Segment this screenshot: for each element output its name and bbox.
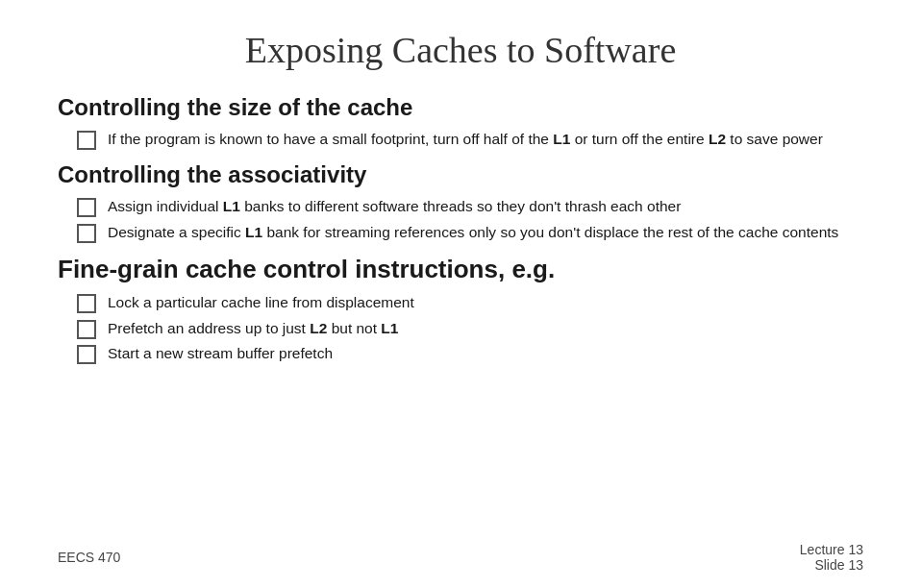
footer-lecture: Lecture 13 <box>800 542 863 557</box>
assoc-section: Controlling the associativity Assign ind… <box>58 161 863 243</box>
size-section: Controlling the size of the cache If the… <box>58 94 863 150</box>
fine-bullet-1-text: Lock a particular cache line from displa… <box>108 292 863 313</box>
assoc-bullet-2-text: Designate a specific L1 bank for streami… <box>108 222 863 243</box>
bullet-icon <box>77 345 96 364</box>
fine-grain-section-heading: Fine-grain cache control instructions, e… <box>58 255 863 284</box>
footer: EECS 470 Lecture 13 Slide 13 <box>58 542 863 573</box>
size-bullet-list: If the program is known to have a small … <box>77 129 863 150</box>
size-bullet-1-text: If the program is known to have a small … <box>108 129 863 150</box>
assoc-bullet-list: Assign individual L1 banks to different … <box>77 196 863 243</box>
size-bullet-1: If the program is known to have a small … <box>77 129 863 150</box>
footer-left: EECS 470 <box>58 550 120 565</box>
fine-bullet-2: Prefetch an address up to just L2 but no… <box>77 318 863 339</box>
bullet-icon <box>77 320 96 339</box>
bullet-icon <box>77 224 96 243</box>
footer-slide: Slide 13 <box>800 557 863 573</box>
size-section-heading: Controlling the size of the cache <box>58 94 863 121</box>
fine-bullet-2-text: Prefetch an address up to just L2 but no… <box>108 318 863 339</box>
slide: Exposing Caches to Software Controlling … <box>0 0 921 588</box>
bullet-icon <box>77 294 96 313</box>
bullet-icon <box>77 198 96 217</box>
assoc-section-heading: Controlling the associativity <box>58 161 863 188</box>
assoc-bullet-1-text: Assign individual L1 banks to different … <box>108 196 863 217</box>
fine-bullet-3-text: Start a new stream buffer prefetch <box>108 343 863 364</box>
assoc-bullet-2: Designate a specific L1 bank for streami… <box>77 222 863 243</box>
footer-right: Lecture 13 Slide 13 <box>800 542 863 573</box>
fine-bullet-1: Lock a particular cache line from displa… <box>77 292 863 313</box>
fine-grain-bullet-list: Lock a particular cache line from displa… <box>77 292 863 364</box>
assoc-bullet-1: Assign individual L1 banks to different … <box>77 196 863 217</box>
bullet-icon <box>77 131 96 150</box>
fine-bullet-3: Start a new stream buffer prefetch <box>77 343 863 364</box>
slide-title: Exposing Caches to Software <box>58 29 863 71</box>
fine-grain-section: Fine-grain cache control instructions, e… <box>58 255 863 364</box>
